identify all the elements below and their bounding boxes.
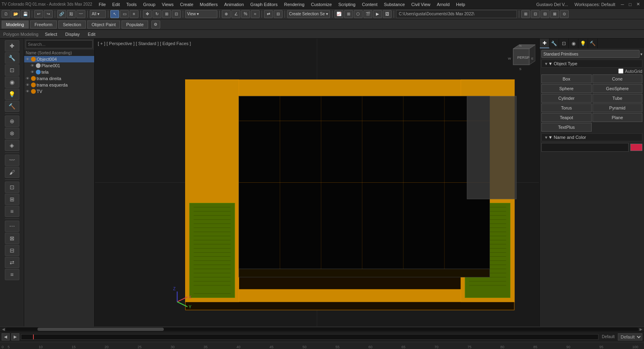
scroll-thumb[interactable] xyxy=(37,328,164,331)
cylinder-btn[interactable]: Cylinder xyxy=(541,94,592,103)
menu-group[interactable]: Group xyxy=(140,1,159,8)
move-btn[interactable]: ✥ xyxy=(143,10,152,18)
layer-manager-btn[interactable]: ≡ xyxy=(5,269,19,280)
scene-item-trama-direita[interactable]: 👁 trama direita xyxy=(24,75,94,82)
percent-snap-btn[interactable]: % xyxy=(241,10,250,18)
menu-graph-editors[interactable]: Graph Editors xyxy=(247,1,281,8)
menu-modifiers[interactable]: Modifiers xyxy=(196,1,221,8)
display-panel-btn[interactable]: 💡 xyxy=(5,89,19,100)
box-btn[interactable]: Box xyxy=(541,74,592,83)
create-tab-icon[interactable]: ✚ xyxy=(540,39,549,48)
torus-btn[interactable]: Torus xyxy=(541,103,592,112)
scene-item-trama-esquerda[interactable]: 👁 trama esquerda xyxy=(24,82,94,88)
timeline-track[interactable] xyxy=(21,334,599,340)
mirror-btn[interactable]: ⇄ xyxy=(264,10,273,18)
select-region-btn[interactable]: ▭ xyxy=(120,10,129,18)
undo-btn[interactable]: ↩ xyxy=(34,10,43,18)
ref-coord-btn[interactable]: View ▾ xyxy=(185,10,217,18)
menu-customize[interactable]: Customize xyxy=(308,1,335,8)
mirror-lp-btn[interactable]: ⇄ xyxy=(5,257,19,268)
edit-btn-sub[interactable]: Edit xyxy=(85,31,99,37)
tab-populate[interactable]: Populate xyxy=(122,21,148,29)
scene-item-object004[interactable]: 👁 Object004 xyxy=(24,56,94,62)
tube-btn[interactable]: Tube xyxy=(592,94,643,103)
color-swatch[interactable] xyxy=(630,144,642,151)
align-btn[interactable]: ⊟ xyxy=(274,10,283,18)
hierarchy-panel-btn[interactable]: ⊡ xyxy=(5,64,19,76)
spinner-snap-btn[interactable]: ≈ xyxy=(251,10,260,18)
menu-edit[interactable]: Edit xyxy=(109,1,123,8)
hierarchy-tab-icon[interactable]: ⊡ xyxy=(559,39,569,48)
menu-substance[interactable]: Substance xyxy=(381,1,408,8)
pyramid-btn[interactable]: Pyramid xyxy=(592,103,643,112)
primitives-dropdown[interactable]: Standard Primitives xyxy=(541,50,640,58)
viewport[interactable]: [ + ] [ Perspective ] [ Standard ] [ Edg… xyxy=(95,39,539,326)
normal-align-btn[interactable]: ⊞ xyxy=(5,194,19,205)
object-snap-btn[interactable]: ⊗ xyxy=(5,128,19,139)
textplus-btn[interactable]: TextPlus xyxy=(541,123,592,132)
motion-tab-icon[interactable]: ◉ xyxy=(569,39,578,48)
tab-object-paint[interactable]: Object Paint xyxy=(87,21,120,29)
modify-tab-icon[interactable]: 🔧 xyxy=(549,39,559,48)
rotate-btn[interactable]: ↻ xyxy=(153,10,161,18)
paint-select-btn[interactable]: 🖌 xyxy=(5,167,19,178)
save-btn[interactable]: 💾 xyxy=(21,10,30,18)
scroll-left-btn[interactable]: ◀ xyxy=(1,327,6,332)
render-btn[interactable]: 🖼 xyxy=(383,10,392,18)
display-btn-sub[interactable]: Display xyxy=(62,31,83,37)
clone-btn[interactable]: ⊟ xyxy=(5,245,19,256)
curve-editor-btn[interactable]: 📈 xyxy=(334,10,343,18)
lasso-select-btn[interactable]: 〰 xyxy=(5,155,19,166)
sphere-btn[interactable]: Sphere xyxy=(541,84,592,93)
tab-modeling[interactable]: Modeling xyxy=(2,21,29,29)
teapot-btn[interactable]: Teapot xyxy=(541,113,592,122)
tab-freeform[interactable]: Freeform xyxy=(30,21,57,29)
scatter-btn[interactable]: ⋯ xyxy=(5,221,19,232)
geosphere-btn[interactable]: GeoSphere xyxy=(592,84,643,93)
menu-content[interactable]: Content xyxy=(359,1,381,8)
new-scene-btn[interactable]: 🗋 xyxy=(2,10,10,18)
menu-help[interactable]: Help xyxy=(453,1,469,8)
window-close[interactable]: ✕ xyxy=(634,2,642,7)
schematic-btn[interactable]: ⊞ xyxy=(344,10,353,18)
snap-toggle-btn[interactable]: ⊕ xyxy=(5,116,19,127)
object-name-input[interactable] xyxy=(541,143,629,152)
menu-create[interactable]: Create xyxy=(177,1,196,8)
select-btn-sub[interactable]: Select xyxy=(41,31,60,37)
display-tab-icon[interactable]: 💡 xyxy=(578,39,588,48)
create-panel-btn[interactable]: ✚ xyxy=(5,40,19,52)
scale-btn[interactable]: ⊞ xyxy=(162,10,171,18)
menu-views[interactable]: Views xyxy=(159,1,177,8)
scroll-right-btn[interactable]: ▶ xyxy=(638,327,643,332)
unlink-btn[interactable]: ⛓ xyxy=(67,10,76,18)
modify-panel-btn[interactable]: 🔧 xyxy=(5,52,19,64)
plane-btn[interactable]: Plane xyxy=(592,113,643,122)
menu-animation[interactable]: Animation xyxy=(221,1,247,8)
menu-file[interactable]: File xyxy=(95,1,109,8)
tab-settings-btn[interactable]: ⚙ xyxy=(151,21,160,29)
extra-btn5[interactable]: ⊙ xyxy=(560,10,569,18)
quick-render-btn[interactable]: ▶ xyxy=(373,10,382,18)
angle-snap-btn[interactable]: ∠ xyxy=(231,10,240,18)
utilities-tab-icon[interactable]: 🔨 xyxy=(588,39,598,48)
filter-dropdown[interactable]: All ▾ xyxy=(90,10,106,18)
redo-btn[interactable]: ↪ xyxy=(44,10,53,18)
render-setup-btn[interactable]: 🎬 xyxy=(363,10,372,18)
create-selection-btn[interactable]: Create Selection Se ▾ xyxy=(287,10,330,18)
next-frame-btn[interactable]: ▶ xyxy=(11,333,19,341)
select-btn[interactable]: ↖ xyxy=(110,10,119,18)
autogrid-checkbox[interactable] xyxy=(618,68,623,74)
spacing-btn[interactable]: ⊠ xyxy=(5,233,19,244)
select-link-btn[interactable]: 🔗 xyxy=(57,10,66,18)
quick-align-btn[interactable]: ≡ xyxy=(5,206,19,217)
menu-arnold[interactable]: Arnold xyxy=(433,1,453,8)
extra-btn2[interactable]: ⊡ xyxy=(531,10,540,18)
prev-frame-btn[interactable]: ◀ xyxy=(2,333,10,341)
window-minimize[interactable]: ─ xyxy=(619,2,627,7)
scene-item-plane001[interactable]: 👁 Plane001 xyxy=(24,62,94,69)
tab-selection[interactable]: Selection xyxy=(58,21,85,29)
scroll-track[interactable] xyxy=(6,328,638,331)
snap-btn[interactable]: ⊕ xyxy=(222,10,231,18)
motion-panel-btn[interactable]: ◉ xyxy=(5,76,19,88)
scene-item-tela[interactable]: 👁 tela xyxy=(24,69,94,75)
